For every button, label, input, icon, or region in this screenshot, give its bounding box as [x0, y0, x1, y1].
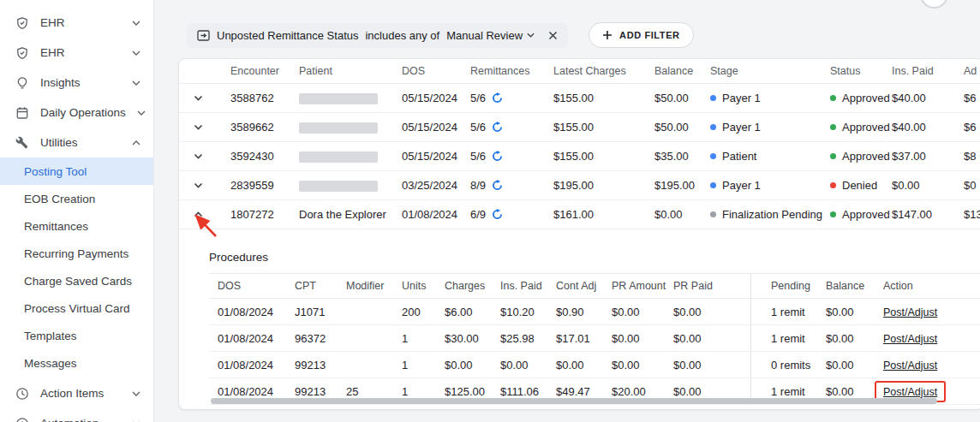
patient-redacted: [299, 152, 378, 163]
remove-filter-icon[interactable]: [548, 31, 558, 40]
remittances-count: 5/6: [470, 150, 486, 163]
col-latest-charges: Latest Charges: [553, 65, 654, 77]
pending-cell: 1 remit: [750, 325, 826, 351]
post-adjust-link[interactable]: Post/Adjust: [883, 360, 937, 371]
pr-paid-cell: $0.00: [673, 306, 750, 318]
sidebar-item-ehr-1[interactable]: EHR: [0, 8, 153, 38]
sidebar-item-label: Automation: [40, 417, 121, 422]
sidebar-item-label: EHR: [40, 16, 121, 29]
col-balance: Balance: [826, 280, 883, 292]
cont-adj-cell: $49.47: [556, 385, 612, 398]
dos-cell: 05/15/2024: [402, 121, 470, 134]
sidebar-item-templates[interactable]: Templates: [0, 322, 153, 349]
filter-bar: Unposted Remittance Status includes any …: [187, 22, 694, 48]
sidebar-item-process-virtual-card[interactable]: Process Virtual Card: [0, 294, 153, 322]
encounter-row[interactable]: 2839559 03/25/2024 8/9 $195.00 $195.00 P…: [179, 171, 980, 200]
status-dot: [830, 95, 836, 101]
balance-cell: $50.00: [654, 121, 710, 134]
sidebar-item-daily-operations[interactable]: Daily Operations: [0, 98, 153, 128]
calendar-icon: [15, 105, 29, 120]
stage-cell: Finalization Pending: [710, 208, 830, 221]
cont-adj-cell: $0.00: [556, 359, 612, 371]
sync-icon: [492, 180, 503, 191]
horizontal-scrollbar[interactable]: [211, 398, 937, 404]
sidebar-item-label: Action Items: [40, 387, 121, 400]
dos-cell: 03/25/2024: [402, 179, 470, 192]
action-cell: Post/Adjust: [883, 359, 980, 371]
encounter-table-card: Encounter Patient DOS Remittances Latest…: [178, 58, 980, 410]
sidebar-item-remittances[interactable]: Remittances: [0, 212, 153, 240]
ins-paid-cell: $37.00: [892, 150, 964, 163]
sidebar-item-posting-tool[interactable]: Posting Tool: [0, 158, 153, 185]
remittances-cell: 6/9: [470, 208, 553, 221]
sidebar-item-charge-saved-cards[interactable]: Charge Saved Cards: [0, 267, 153, 294]
encounter-id: 1807272: [230, 208, 299, 221]
procedures-table-header: DOS CPT Modifier Units Charges Ins. Paid…: [209, 274, 980, 299]
encounter-row[interactable]: 3588762 05/15/2024 5/6 $155.00 $50.00 Pa…: [179, 84, 980, 113]
post-adjust-link[interactable]: Post/Adjust: [883, 386, 937, 398]
sidebar-item-eob-creation[interactable]: EOB Creation: [0, 185, 153, 212]
patient-cell: [299, 179, 402, 192]
status-label: Denied: [842, 179, 877, 192]
chevron-down-icon[interactable]: [194, 124, 203, 130]
col-status: Status: [830, 65, 892, 77]
sidebar-item-ehr-2[interactable]: EHR: [0, 38, 153, 68]
sidebar-item-messages[interactable]: Messages: [0, 349, 153, 377]
sidebar-item-label: Insights: [40, 76, 121, 89]
encounter-row[interactable]: 3589662 05/15/2024 5/6 $155.00 $50.00 Pa…: [179, 113, 980, 142]
chevron-up-icon: [132, 140, 140, 146]
sidebar-item-recurring-payments[interactable]: Recurring Payments: [0, 240, 153, 267]
annotation-arrow: [189, 211, 220, 241]
sidebar-item-action-items[interactable]: Action Items: [0, 378, 153, 408]
pr-amount-cell: $0.00: [612, 332, 673, 345]
adjustments-cell: $8: [964, 150, 980, 163]
modifier-cell: 25: [346, 385, 402, 398]
chevron-down-icon: [132, 21, 140, 26]
stage-label: Payer 1: [722, 179, 761, 192]
sidebar-item-utilities[interactable]: Utilities: [0, 128, 153, 158]
post-adjust-link[interactable]: Post/Adjust: [883, 306, 937, 318]
sync-icon: [492, 151, 503, 162]
pr-paid-cell: $0.00: [673, 332, 750, 345]
patient-redacted: [299, 181, 378, 192]
plus-icon: [602, 30, 612, 40]
col-dos: DOS: [209, 280, 295, 292]
encounter-row[interactable]: 3592430 05/15/2024 5/6 $155.00 $35.00 Pa…: [179, 142, 980, 171]
chevron-down-icon[interactable]: [194, 182, 203, 188]
dos-cell: 05/15/2024: [402, 92, 470, 104]
patient-cell: [299, 150, 402, 163]
encounter-table-header: Encounter Patient DOS Remittances Latest…: [179, 59, 980, 84]
latest-charges-cell: $161.00: [553, 208, 654, 221]
col-charges: Charges: [445, 280, 500, 292]
ins-paid-cell: $111.06: [500, 385, 556, 398]
filter-value-dropdown[interactable]: Manual Review: [446, 29, 535, 42]
filter-chip[interactable]: Unposted Remittance Status includes any …: [187, 23, 568, 48]
col-cpt: CPT: [295, 280, 346, 292]
patient-cell: Dora the Explorer: [299, 208, 402, 221]
procedure-row: 01/08/2024 J1071 200 $6.00 $10.20 $0.90 …: [209, 299, 980, 325]
dos-cell: 01/08/2024: [209, 359, 295, 371]
sidebar-item-insights[interactable]: Insights: [0, 68, 153, 98]
pr-amount-cell: $20.00: [612, 385, 673, 398]
sidebar-item-label: EHR: [40, 46, 121, 59]
ins-paid-cell: $40.00: [892, 92, 964, 104]
encounter-id: 3592430: [230, 150, 299, 163]
ins-paid-cell: $25.98: [500, 332, 556, 345]
col-ins-paid: Ins. Paid: [892, 65, 964, 77]
sidebar-item-automation[interactable]: Automation: [0, 408, 153, 422]
dos-cell: 01/08/2024: [402, 208, 470, 221]
cpt-cell: J1071: [295, 306, 346, 318]
col-encounter: Encounter: [230, 65, 299, 77]
add-filter-button[interactable]: ADD FILTER: [589, 22, 694, 48]
remittances-count: 8/9: [470, 179, 486, 192]
status-cell: Approved: [830, 121, 892, 134]
col-adjustments: Ad: [964, 65, 980, 77]
chevron-down-icon[interactable]: [194, 153, 203, 159]
balance-cell: $35.00: [654, 150, 710, 163]
shield-icon: [15, 15, 29, 30]
post-adjust-link[interactable]: Post/Adjust: [883, 333, 937, 345]
chevron-down-icon[interactable]: [194, 95, 203, 101]
col-cont-adj: Cont Adj: [556, 280, 612, 292]
avatar[interactable]: [920, 0, 948, 9]
encounter-row-expanded[interactable]: 1807272 Dora the Explorer 01/08/2024 6/9…: [179, 200, 980, 229]
